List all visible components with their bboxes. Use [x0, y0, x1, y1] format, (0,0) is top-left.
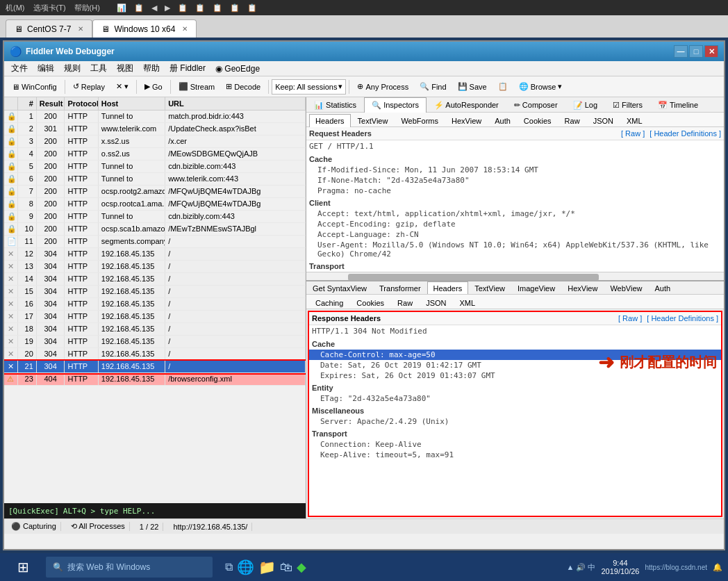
bottom-tab-hexview[interactable]: HexView [561, 281, 604, 295]
x-dropdown-button[interactable]: ✕ ▾ [111, 79, 133, 95]
keep-sessions-dropdown[interactable]: Keep: All sessions ▾ [272, 79, 346, 95]
tab-statistics[interactable]: 📊 Statistics [306, 97, 364, 113]
go-icon: ▶ [144, 82, 150, 91]
resp-header-defs-link[interactable]: [ Header Definitions ] [647, 314, 718, 322]
bottom-tab-webview[interactable]: WebView [604, 281, 648, 295]
subtab-raw[interactable]: Raw [559, 114, 586, 127]
minimize-button[interactable]: — [674, 45, 688, 58]
menu-help[interactable]: 帮助 [139, 61, 164, 76]
table-row[interactable]: ✕ 19 304 HTTP 192.168.45.135 / [4, 336, 306, 348]
table-row[interactable]: ✕ 15 304 HTTP 192.168.45.135 / [4, 286, 306, 298]
menu-item-help[interactable]: 帮助(H) [72, 3, 103, 13]
maximize-button[interactable]: □ [689, 45, 703, 58]
taskview-icon[interactable]: ⧉ [225, 561, 233, 573]
find-button[interactable]: 🔍 Find [415, 79, 451, 95]
browser-tab-centos[interactable]: 🖥 CentOS 7-7 ✕ [6, 19, 92, 38]
browser-taskbar-icon[interactable]: 🌐 [237, 559, 254, 575]
bottom-tab-textview[interactable]: TextView [468, 281, 511, 295]
stream-button[interactable]: ⬛ Stream [174, 79, 220, 95]
tab-autoresponder[interactable]: ⚡ AutoResponder [427, 97, 506, 113]
toolbar-separator-4 [268, 80, 269, 94]
explorer-taskbar-icon[interactable]: 📁 [258, 559, 276, 575]
table-row[interactable]: ✕ 12 304 HTTP 192.168.45.135 / [4, 248, 306, 261]
notification-icon[interactable]: 🔔 [713, 563, 722, 572]
subtab-cookies[interactable]: Cookies [518, 114, 558, 127]
table-row[interactable]: 🔒 4 200 HTTP o.ss2.us /MEowSDBGMEQwQjAJB [4, 148, 306, 161]
subtab-xml[interactable]: XML [620, 114, 649, 127]
centos-tab-close[interactable]: ✕ [78, 25, 83, 33]
menu-geoedge[interactable]: ◉ GeoEdge [211, 63, 264, 75]
table-row[interactable]: ⚠ 23 404 HTTP 192.168.45.135 /browsercon… [4, 373, 306, 386]
subtab-webforms[interactable]: WebForms [395, 114, 445, 127]
resp-raw-link[interactable]: [ Raw ] [618, 314, 642, 322]
raw-link[interactable]: [ Raw ] [621, 129, 645, 138]
taskbar-search-box[interactable]: 🔍 搜索 Web 和 Windows [46, 557, 213, 578]
bottom-tab-transformer[interactable]: Transformer [373, 281, 427, 295]
bottom-tab-headers[interactable]: Headers [427, 281, 469, 295]
menu-rules[interactable]: 规则 [60, 61, 85, 76]
table-row[interactable]: ✕ 20 304 HTTP 192.168.45.135 / [4, 348, 306, 361]
any-process-button[interactable]: ⊕ Any Process [352, 79, 413, 95]
save-button[interactable]: 💾 Save [453, 79, 492, 95]
table-row[interactable]: ✕ 14 304 HTTP 192.168.45.135 / [4, 273, 306, 286]
menu-item-tabs[interactable]: 选项卡(T) [31, 3, 69, 13]
table-row[interactable]: 🔒 2 301 HTTP www.telerik.com /UpdateChec… [4, 123, 306, 136]
table-row[interactable]: 🔒 8 200 HTTP ocsp.rootca1.ama... /MFQwUj… [4, 198, 306, 211]
app-taskbar-icon[interactable]: ◆ [297, 559, 306, 575]
tab-log[interactable]: 📝 Log [565, 97, 605, 113]
menu-item-machine[interactable]: 机(M) [3, 3, 28, 13]
browse-button[interactable]: 🌐 Browse ▾ [514, 79, 568, 95]
menu-tools[interactable]: 工具 [86, 61, 111, 76]
quickexec-bar[interactable]: [QuickExec] ALT+Q > type HELP... [4, 503, 306, 518]
close-button[interactable]: ✕ [704, 45, 718, 58]
bottom-tab-auth[interactable]: Auth [648, 281, 677, 295]
tab-filters[interactable]: ☑ Filters [605, 97, 650, 113]
decode-button[interactable]: ⊞ Decode [221, 79, 265, 95]
menu-view[interactable]: 视图 [113, 61, 138, 76]
table-row[interactable]: ✕ 13 304 HTTP 192.168.45.135 / [4, 261, 306, 273]
winconfig-button[interactable]: 🖥 WinConfig [7, 79, 62, 95]
resp-item: Connection: Keep-Alive [309, 439, 721, 450]
resp-subtab-xml[interactable]: XML [453, 296, 481, 309]
resp-subtab-raw[interactable]: Raw [391, 296, 419, 309]
browser-tab-windows[interactable]: 🖥 Windows 10 x64 ✕ [92, 19, 197, 38]
table-row[interactable]: 🔒 9 200 HTTP Tunnel to cdn.bizibly.com:4… [4, 211, 306, 223]
horizontal-scrollbar[interactable] [306, 272, 724, 280]
replay-button[interactable]: ↺ Replay [68, 79, 110, 95]
table-row[interactable]: 🔒 10 200 HTTP ocsp.sca1b.amazon... /MEwT… [4, 223, 306, 236]
table-row[interactable]: 🔒 3 200 HTTP x.ss2.us /x.cer [4, 136, 306, 148]
menu-file[interactable]: 文件 [7, 61, 32, 76]
table-row[interactable]: ✕ 21 304 HTTP 192.168.45.135 / [4, 361, 306, 373]
table-row[interactable]: ✕ 17 304 HTTP 192.168.45.135 / [4, 311, 306, 323]
table-row[interactable]: 🔒 5 200 HTTP Tunnel to cdn.bizible.com:4… [4, 161, 306, 173]
subtab-headers[interactable]: Headers [309, 114, 351, 127]
resp-subtab-json[interactable]: JSON [420, 296, 452, 309]
table-row[interactable]: 🔒 1 200 HTTP Tunnel to match.prod.bidr.i… [4, 111, 306, 123]
table-row[interactable]: ✕ 16 304 HTTP 192.168.45.135 / [4, 298, 306, 311]
subtab-json[interactable]: JSON [587, 114, 620, 127]
screenshot-button[interactable]: 📋 [493, 79, 513, 95]
bottom-tab-imageview[interactable]: ImageView [511, 281, 561, 295]
table-row[interactable]: 🔒 7 200 HTTP ocsp.rootg2.amazo... /MFQwU… [4, 186, 306, 198]
table-row[interactable]: 📄 11 200 HTTP segments.company-targe / [4, 236, 306, 248]
table-row[interactable]: ✕ 18 304 HTTP 192.168.45.135 / [4, 323, 306, 336]
menu-fiddler[interactable]: 册 Fiddler [165, 61, 210, 76]
go-button[interactable]: ▶ Go [140, 79, 167, 95]
windows-tab-close[interactable]: ✕ [182, 25, 188, 33]
subtab-auth[interactable]: Auth [488, 114, 517, 127]
tab-composer[interactable]: ✏ Composer [506, 97, 565, 113]
resp-subtab-cookies[interactable]: Cookies [350, 296, 390, 309]
subtab-hexview[interactable]: HexView [445, 114, 488, 127]
scrollbar-thumb[interactable] [348, 274, 599, 281]
table-row[interactable]: 🔒 6 200 HTTP Tunnel to www.telerik.com:4… [4, 173, 306, 186]
menu-edit[interactable]: 编辑 [33, 61, 58, 76]
store-taskbar-icon[interactable]: 🛍 [280, 560, 292, 575]
resp-subtab-caching[interactable]: Caching [309, 296, 349, 309]
start-button[interactable]: ⊞ [6, 555, 40, 580]
header-host: Host [99, 97, 165, 110]
header-defs-link[interactable]: [ Header Definitions ] [650, 129, 721, 138]
bottom-tab-getsyntaxview[interactable]: Get SyntaxView [306, 281, 373, 295]
tab-timeline[interactable]: 📅 Timeline [650, 97, 706, 113]
tab-inspectors[interactable]: 🔍 Inspectors [364, 97, 427, 113]
subtab-textview[interactable]: TextView [351, 114, 395, 127]
